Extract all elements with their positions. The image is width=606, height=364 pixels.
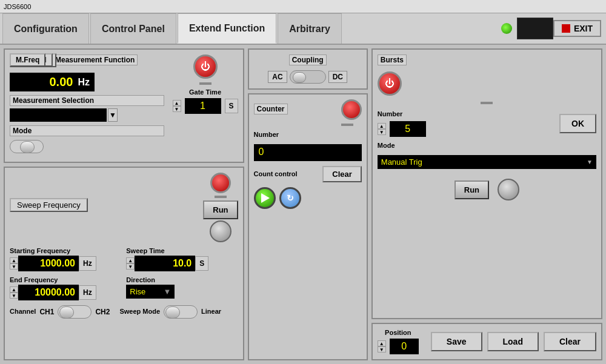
counter-refresh-button[interactable]: ↻	[279, 187, 301, 209]
sweep-time-down[interactable]: ▼	[126, 263, 135, 270]
counter-buttons-row: ↻	[254, 187, 362, 209]
sweep-power-indicator	[215, 196, 227, 198]
coupling-slider[interactable]	[290, 70, 326, 84]
bursts-ok-button[interactable]: OK	[559, 114, 596, 133]
bursts-run-row: Run	[378, 179, 596, 200]
sweep-mode-toggle[interactable]	[164, 305, 198, 319]
measure-power-button[interactable]: ⏻	[193, 55, 218, 79]
coupling-toggle-row: AC DC	[268, 70, 347, 84]
gate-time-label: Gate Time	[189, 88, 221, 96]
position-label: Position	[385, 329, 411, 336]
sweep-mode-toggle-thumb	[165, 306, 180, 319]
end-freq-up[interactable]: ▲	[10, 286, 18, 293]
sweep-knob[interactable]	[210, 220, 231, 242]
direction-group: Direction Rise ▼	[126, 276, 238, 300]
end-freq-group: End Frequency ▲ ▼ 10000.00 Hz	[10, 276, 121, 300]
bursts-section: Bursts ⏻ Number ▲ ▼ 5	[371, 48, 602, 319]
count-control-label: Count control	[254, 170, 298, 177]
exit-button[interactable]: EXIT	[553, 20, 601, 37]
position-value: 0	[390, 339, 419, 354]
green-status-indicator	[501, 23, 512, 34]
bursts-power-button[interactable]: ⏻	[378, 71, 402, 96]
sweep-time-up[interactable]: ▲	[126, 257, 135, 263]
gate-time-box: Gate Time ▲ ▼ 1 S	[173, 88, 238, 114]
sweep-frequency-button[interactable]: Sweep Frequency	[10, 198, 88, 212]
measurement-selection-dropdown[interactable]: ▼	[108, 108, 118, 122]
bursts-run-button[interactable]: Run	[454, 180, 489, 199]
counter-power-indicator	[341, 124, 353, 126]
starting-freq-label: Starting Frequency	[10, 247, 121, 254]
mode-toggle[interactable]	[10, 140, 44, 153]
tab-control-panel[interactable]: Control Panel	[90, 13, 176, 44]
direction-value: Rise	[130, 287, 145, 296]
bursts-number-row: Number ▲ ▼ 5 OK	[378, 110, 596, 137]
starting-freq-down[interactable]: ▼	[10, 263, 18, 270]
gate-time-unit: S	[225, 99, 238, 113]
counter-play-button[interactable]	[254, 187, 276, 209]
bursts-label: Bursts	[378, 55, 407, 65]
gate-time-down[interactable]: ▼	[173, 106, 181, 112]
measurement-selection-label: Measurement Selection	[10, 95, 164, 106]
bursts-power-indicator	[481, 102, 493, 104]
position-group: Position ▲ ▼ 0	[378, 329, 419, 354]
position-section: Position ▲ ▼ 0 Save Load Clear	[371, 323, 602, 360]
tab-extend-function[interactable]: Extend Function	[178, 13, 276, 44]
coupling-dc-label: DC	[328, 71, 347, 83]
position-load-button[interactable]: Load	[487, 332, 539, 351]
bursts-run-knob[interactable]	[498, 179, 519, 200]
direction-dropdown-arrow: ▼	[163, 287, 171, 296]
title-bar-text: JDS6600	[4, 3, 31, 10]
tab-arbitrary[interactable]: Arbitrary	[278, 13, 342, 44]
end-freq-down[interactable]: ▼	[10, 293, 18, 299]
bursts-mode-label: Mode	[378, 142, 395, 149]
sweep-grid: Starting Frequency ▲ ▼ 1000.00 Hz Sweep …	[10, 247, 238, 300]
gate-time-up[interactable]: ▲	[173, 100, 181, 106]
counter-number-label: Number	[254, 131, 362, 138]
counter-power-button[interactable]	[341, 99, 362, 120]
bursts-mode-row: Mode	[378, 142, 596, 150]
counter-label: Counter	[254, 104, 288, 114]
starting-freq-value: 1000.00	[18, 256, 79, 271]
coupling-section: Coupling AC DC	[248, 48, 368, 90]
bursts-number-label: Number	[378, 110, 556, 117]
sweep-time-unit: S	[195, 256, 208, 271]
bursts-number-up[interactable]: ▲	[378, 123, 386, 129]
title-bar: JDS6600	[0, 0, 606, 13]
count-control-row: Count control Clear	[254, 166, 362, 182]
sweep-mode-label: Sweep Mode	[119, 308, 160, 315]
m-freq-button[interactable]: M.Freq	[10, 53, 45, 67]
position-up[interactable]: ▲	[378, 340, 386, 346]
starting-freq-group: Starting Frequency ▲ ▼ 1000.00 Hz	[10, 247, 121, 271]
position-down[interactable]: ▼	[378, 346, 386, 352]
starting-freq-unit: Hz	[79, 256, 96, 271]
sweep-section: Sweep Frequency Run Starting Frequency ▲…	[4, 167, 244, 360]
bursts-power-row: ⏻	[378, 71, 596, 96]
black-display-indicator	[517, 18, 553, 39]
coupling-ac-label: AC	[268, 71, 287, 83]
starting-freq-up[interactable]: ▲	[10, 257, 18, 263]
tabs-row: Configuration Control Panel Extend Funct…	[0, 13, 606, 45]
exit-red-icon	[562, 24, 570, 33]
bursts-mode-dropdown-arrow: ▼	[587, 159, 593, 165]
position-clear-button[interactable]: Clear	[544, 332, 596, 351]
sweep-time-label: Sweep Time	[126, 247, 238, 254]
tab-configuration[interactable]: Configuration	[2, 13, 89, 44]
sweep-mode-value: Linear	[201, 308, 221, 315]
sweep-run-button[interactable]: Run	[203, 200, 238, 219]
counter-number-value: 0	[254, 144, 362, 161]
center-panel: Coupling AC DC Counter Number 0	[248, 48, 368, 360]
bursts-number-value: 5	[390, 121, 426, 137]
sweep-time-group: Sweep Time ▲ ▼ 10.0 S	[126, 247, 238, 271]
channel-row: Channel CH1 CH2 Sweep Mode Linear	[10, 305, 238, 319]
bursts-mode-display[interactable]: Manual Trig ▼	[378, 155, 596, 169]
counter-clear-button[interactable]: Clear	[322, 166, 362, 182]
sweep-power-button[interactable]	[210, 173, 231, 193]
main-content: Measure Measurement Function 0.00 Hz Mea…	[0, 45, 606, 364]
channel-toggle[interactable]	[58, 305, 92, 319]
end-freq-label: End Frequency	[10, 276, 121, 283]
play-icon	[261, 193, 270, 203]
bursts-number-down[interactable]: ▼	[378, 129, 386, 135]
measure-section: Measure Measurement Function 0.00 Hz Mea…	[4, 48, 244, 163]
measure-power-indicator	[199, 82, 211, 85]
position-save-button[interactable]: Save	[431, 332, 482, 351]
